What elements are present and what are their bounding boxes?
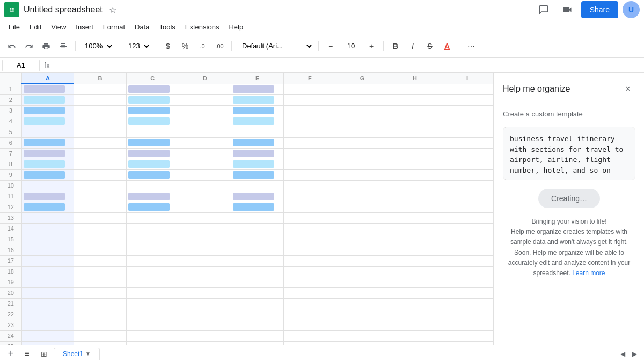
cell[interactable] [336,234,389,245]
row-number[interactable]: 14 [0,223,21,234]
cell[interactable] [21,105,74,116]
cell[interactable] [389,234,441,245]
cell[interactable] [389,255,441,266]
cell[interactable] [126,223,179,234]
prompt-textarea[interactable]: business travel itinerary with sections … [503,127,635,180]
cell[interactable] [74,341,127,345]
col-header-c[interactable]: C [126,73,179,84]
cell[interactable] [21,94,74,105]
formula-input[interactable] [54,60,642,71]
cell[interactable] [126,191,179,202]
row-number[interactable]: 20 [0,287,21,298]
comment-icon[interactable] [534,0,553,19]
cell[interactable] [284,180,336,191]
cell[interactable] [441,245,494,255]
cell[interactable] [21,116,74,127]
row-number[interactable]: 3 [0,105,21,116]
cell[interactable] [441,202,494,212]
cell[interactable] [441,277,494,287]
col-header-f[interactable]: F [284,73,336,84]
cell[interactable] [389,191,441,202]
cell[interactable] [74,94,127,105]
cell[interactable] [336,116,389,127]
cell[interactable] [284,277,336,287]
cell[interactable] [389,105,441,116]
cell[interactable] [336,320,389,330]
cell[interactable] [389,159,441,169]
cell[interactable] [21,191,74,202]
cell[interactable] [126,341,179,345]
cell[interactable] [231,287,284,298]
row-number[interactable]: 25 [0,341,21,345]
cell[interactable] [126,94,179,105]
cell[interactable] [336,94,389,105]
cell[interactable] [21,169,74,180]
cell[interactable] [284,341,336,345]
cell[interactable] [336,180,389,191]
cell[interactable] [336,341,389,345]
sheet-tab-dropdown-icon[interactable]: ▼ [85,351,91,357]
cell[interactable] [179,169,231,180]
cell[interactable] [179,212,231,223]
row-number[interactable]: 1 [0,84,21,94]
spreadsheet[interactable]: A B C D E F G H I 1234567891011121314151… [0,73,494,345]
cell-reference-input[interactable] [2,60,40,71]
cell[interactable] [441,309,494,320]
cell[interactable] [179,309,231,320]
cell[interactable] [336,191,389,202]
cell[interactable] [126,287,179,298]
cell[interactable] [231,309,284,320]
menu-view[interactable]: View [47,21,70,33]
zoom-select[interactable]: 100% 75% 50% 125% 150% [80,39,114,54]
cell[interactable] [179,341,231,345]
cell[interactable] [74,116,127,127]
cell[interactable] [284,298,336,309]
cell[interactable] [284,245,336,255]
more-options-button[interactable]: ⋯ [464,39,479,54]
cell[interactable] [441,84,494,94]
cell[interactable] [284,191,336,202]
cell[interactable] [441,191,494,202]
cell[interactable] [231,84,284,94]
cell[interactable] [179,298,231,309]
creating-button[interactable]: Creating… [538,189,600,208]
cell[interactable] [126,159,179,169]
cell[interactable] [21,137,74,148]
cell[interactable] [74,223,127,234]
print-button[interactable] [39,39,54,54]
menu-data[interactable]: Data [130,21,153,33]
cell[interactable] [389,223,441,234]
cell[interactable] [284,330,336,341]
cell[interactable] [21,266,74,277]
cell[interactable] [231,330,284,341]
cell[interactable] [74,287,127,298]
currency-button[interactable]: $ [160,39,175,54]
cell[interactable] [179,94,231,105]
cell[interactable] [74,234,127,245]
row-number[interactable]: 15 [0,234,21,245]
cell[interactable] [231,169,284,180]
cell[interactable] [336,202,389,212]
cell[interactable] [126,127,179,137]
cell[interactable] [74,159,127,169]
cell[interactable] [284,309,336,320]
cell[interactable] [441,255,494,266]
corner-header[interactable] [0,73,21,84]
menu-help[interactable]: Help [224,21,247,33]
cell[interactable] [389,320,441,330]
cell[interactable] [284,84,336,94]
cell[interactable] [231,341,284,345]
cell[interactable] [336,298,389,309]
format-type-select[interactable]: 123 $ % [123,39,151,54]
cell[interactable] [179,255,231,266]
cell[interactable] [231,212,284,223]
cell[interactable] [74,137,127,148]
col-header-e[interactable]: E [231,73,284,84]
cell[interactable] [21,234,74,245]
cell[interactable] [179,105,231,116]
strikethrough-button[interactable]: S [422,39,437,54]
favorite-icon[interactable]: ☆ [109,5,116,15]
row-number[interactable]: 24 [0,330,21,341]
cell[interactable] [74,180,127,191]
cell[interactable] [179,287,231,298]
